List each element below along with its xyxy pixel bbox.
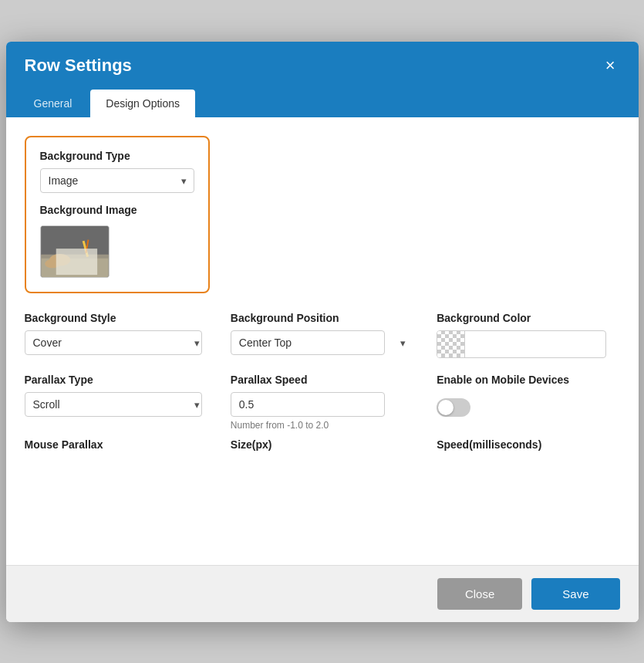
close-button[interactable]: Close bbox=[437, 578, 522, 610]
modal-close-button[interactable]: × bbox=[601, 56, 620, 76]
speed-ms-field: Speed(milliseconds) bbox=[437, 438, 619, 457]
parallax-type-field: Parallax Type Scroll None Fixed Mouse bbox=[25, 374, 207, 431]
background-type-field: Background Type Image None Color Gradien… bbox=[40, 150, 194, 193]
highlighted-section: Background Type Image None Color Gradien… bbox=[25, 136, 210, 293]
background-image-field: Background Image bbox=[40, 204, 194, 278]
background-image-label: Background Image bbox=[40, 204, 194, 216]
settings-row-1: Background Style Cover Contain Auto Tile… bbox=[25, 312, 620, 358]
enable-mobile-toggle[interactable] bbox=[437, 398, 470, 417]
background-style-select-wrapper[interactable]: Cover Contain Auto Tile bbox=[25, 330, 207, 355]
size-px-label: Size(px) bbox=[231, 438, 413, 451]
speed-ms-label: Speed(milliseconds) bbox=[437, 438, 619, 451]
settings-row-2: Parallax Type Scroll None Fixed Mouse Pa… bbox=[25, 374, 620, 431]
tab-general[interactable]: General bbox=[19, 90, 88, 117]
background-image-thumb[interactable] bbox=[40, 225, 110, 278]
enable-mobile-label: Enable on Mobile Devices bbox=[437, 374, 619, 386]
color-checker-box bbox=[437, 330, 465, 358]
parallax-type-select[interactable]: Scroll None Fixed Mouse bbox=[25, 392, 202, 417]
background-position-label: Background Position bbox=[231, 312, 413, 324]
parallax-speed-label: Parallax Speed bbox=[231, 374, 413, 386]
background-type-select[interactable]: Image None Color Gradient Video bbox=[40, 168, 194, 193]
row-settings-modal: Row Settings × General Design Options Ba… bbox=[6, 42, 639, 622]
background-style-label: Background Style bbox=[25, 312, 207, 324]
background-type-label: Background Type bbox=[40, 150, 194, 162]
background-color-label: Background Color bbox=[437, 312, 619, 324]
parallax-speed-input[interactable] bbox=[231, 392, 385, 417]
background-color-input-wrapper[interactable] bbox=[437, 330, 606, 358]
size-px-field: Size(px) bbox=[231, 438, 413, 457]
background-position-select[interactable]: Center Top Center Center Center Bottom L… bbox=[231, 330, 385, 355]
save-button[interactable]: Save bbox=[531, 578, 619, 610]
background-style-field: Background Style Cover Contain Auto Tile bbox=[25, 312, 207, 358]
modal-title: Row Settings bbox=[25, 56, 132, 76]
background-style-select[interactable]: Cover Contain Auto Tile bbox=[25, 330, 202, 355]
svg-rect-8 bbox=[56, 249, 96, 275]
modal-footer: Close Save bbox=[6, 565, 639, 622]
parallax-type-select-wrapper[interactable]: Scroll None Fixed Mouse bbox=[25, 392, 207, 417]
mouse-parallax-field: Mouse Parallax bbox=[25, 438, 207, 457]
background-type-select-wrapper[interactable]: Image None Color Gradient Video bbox=[40, 168, 194, 193]
background-position-select-wrapper[interactable]: Center Top Center Center Center Bottom L… bbox=[231, 330, 413, 355]
modal-header: Row Settings × bbox=[6, 42, 639, 90]
bottom-row-labels: Mouse Parallax Size(px) Speed(millisecon… bbox=[25, 438, 620, 457]
tab-design-options[interactable]: Design Options bbox=[90, 90, 195, 117]
enable-mobile-field: Enable on Mobile Devices bbox=[437, 374, 619, 431]
background-color-input[interactable] bbox=[465, 338, 606, 350]
modal-body: Background Type Image None Color Gradien… bbox=[6, 117, 639, 565]
parallax-type-label: Parallax Type bbox=[25, 374, 207, 386]
mouse-parallax-label: Mouse Parallax bbox=[25, 438, 207, 451]
parallax-speed-hint: Number from -1.0 to 2.0 bbox=[231, 420, 413, 431]
background-position-field: Background Position Center Top Center Ce… bbox=[231, 312, 413, 358]
tabs-bar: General Design Options bbox=[6, 90, 639, 117]
background-color-field: Background Color bbox=[437, 312, 619, 358]
parallax-speed-field: Parallax Speed Number from -1.0 to 2.0 bbox=[231, 374, 413, 431]
